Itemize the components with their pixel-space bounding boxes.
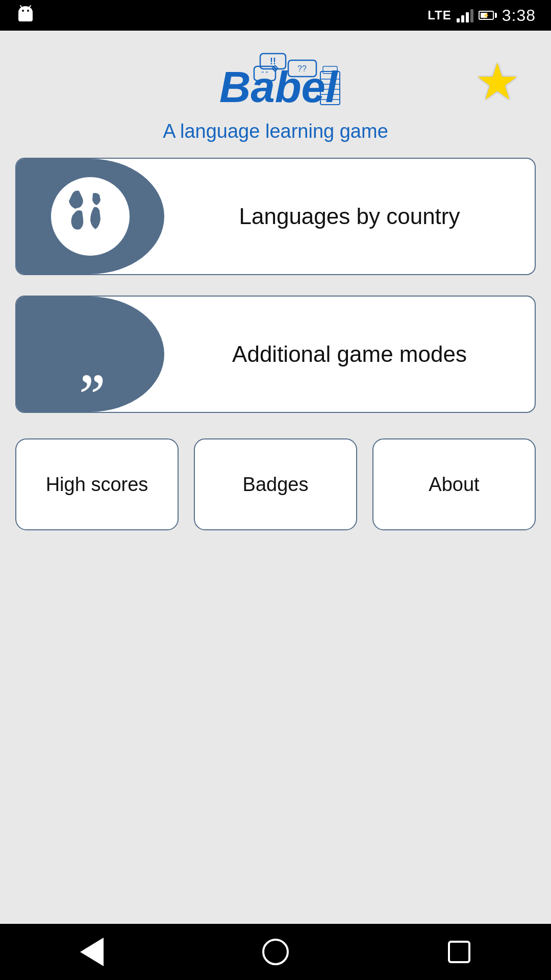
app-subtitle: A language learning game — [163, 120, 388, 142]
back-button[interactable] — [71, 932, 112, 972]
svg-line-5 — [29, 6, 31, 8]
recents-button[interactable] — [439, 932, 480, 972]
quote-icon-container: ,, — [16, 297, 164, 412]
status-icons: LTE ⚡ 3:38 — [428, 6, 536, 25]
back-icon — [80, 938, 104, 966]
svg-point-3 — [27, 10, 29, 12]
signal-icon — [457, 8, 473, 22]
home-icon — [262, 939, 289, 965]
android-icon — [15, 5, 36, 26]
globe-icon — [44, 170, 136, 262]
languages-by-country-label: Languages by country — [164, 159, 535, 274]
languages-by-country-button[interactable]: Languages by country — [15, 158, 536, 275]
badges-label: Badges — [243, 474, 309, 496]
badges-button[interactable]: Badges — [194, 438, 357, 530]
android-icon-area — [15, 5, 36, 26]
lte-label: LTE — [428, 8, 452, 22]
additional-game-modes-label: Additional game modes — [164, 297, 535, 412]
high-scores-label: High scores — [46, 474, 148, 496]
quote-icon: ,, — [79, 330, 102, 389]
small-buttons-row: High scores Badges About — [15, 438, 536, 530]
svg-rect-1 — [18, 12, 33, 21]
svg-point-2 — [22, 10, 24, 12]
battery-icon: ⚡ — [479, 11, 497, 20]
nav-bar — [0, 924, 551, 980]
globe-icon-container — [16, 159, 164, 274]
svg-line-4 — [20, 6, 22, 8]
app-logo: !! ?? " " Babel — [194, 51, 357, 112]
header: !! ?? " " Babel A language learning game — [15, 51, 536, 142]
status-bar: LTE ⚡ 3:38 — [0, 0, 551, 31]
about-label: About — [429, 474, 479, 496]
additional-game-modes-button[interactable]: ,, Additional game modes — [15, 296, 536, 413]
home-button[interactable] — [255, 932, 296, 972]
main-content: !! ?? " " Babel A language learning game — [0, 31, 551, 924]
logo-area: !! ?? " " Babel A language learning game — [163, 51, 388, 142]
about-button[interactable]: About — [372, 438, 536, 530]
status-time: 3:38 — [502, 6, 536, 25]
recents-icon — [448, 941, 470, 963]
star-icon[interactable]: ★ — [474, 56, 520, 107]
high-scores-button[interactable]: High scores — [15, 438, 179, 530]
